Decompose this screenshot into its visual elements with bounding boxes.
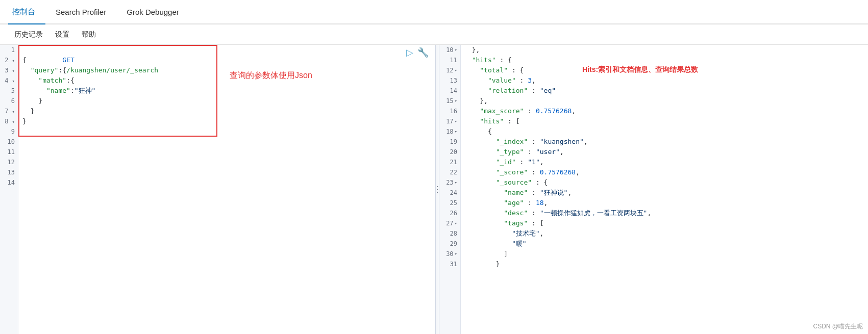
settings-button[interactable]: 设置 [49,27,76,42]
resp-line-28: "技术宅", [464,228,868,239]
resp-line-30: ] [464,249,868,259]
tab-console-label: 控制台 [12,7,35,17]
resp-line-23: "_source" : { [464,177,868,188]
response-code-area: 10 ▾ 11 12 ▾ 13 14 15 ▾ 16 17 ▾ 18 ▾ 19 … [439,45,868,334]
code-line-12 [18,157,435,167]
tab-console[interactable]: 控制台 [8,0,45,23]
line-num-14: 14 [0,177,18,188]
editor-toolbar: ▷ 🔧 [406,47,429,58]
top-navigation: 控制台 Search Profiler Grok Debugger [0,0,868,24]
line-num-13: 13 [0,167,18,177]
resp-line-20: "_type" : "user", [464,147,868,157]
resp-line-24: "name" : "狂神说", [464,188,868,198]
resp-line-17: "hits" : [ [464,116,868,126]
rln-14: 14 [439,86,460,96]
code-area: 1 2 ▾ 3 ▾ 4 ▾ 5 6 7 ▾ 8 ▾ 9 10 11 12 13 … [0,45,435,334]
resp-line-10: }, [464,45,868,55]
tab-grok-debugger[interactable]: Grok Debugger [116,0,189,23]
tab-grok-debugger-label: Grok Debugger [127,8,179,16]
code-line-14 [18,177,435,188]
line-num-8: 8 ▾ [0,116,18,126]
panel-divider[interactable]: ⋮ [435,45,439,334]
main-area: 查询的参数体使用Json ▷ 🔧 1 2 ▾ 3 ▾ 4 ▾ 5 6 7 ▾ 8… [0,45,868,334]
watermark: CSDN @喵先生呢 [813,322,863,331]
rln-23: 23 ▾ [439,177,460,188]
line-num-1: 1 [0,45,18,55]
resp-line-26: "desc" : "一顿操作猛如虎，一看工资两块五", [464,208,868,218]
response-panel: Hits:索引和文档信息、查询结果总数 10 ▾ 11 12 ▾ 13 14 1… [439,45,868,334]
rln-16: 16 [439,106,460,116]
code-line-2: { [18,55,435,65]
rln-31: 31 [439,259,460,269]
line-num-2: 2 ▾ [0,55,18,65]
code-line-8: } [18,116,435,126]
code-line-9 [18,126,435,137]
code-line-5: "name":"狂神" [18,86,435,96]
rln-18: 18 ▾ [439,126,460,137]
rln-13: 13 [439,75,460,86]
code-line-4: "match":{ [18,75,435,86]
line-num-3: 3 ▾ [0,65,18,75]
resp-line-14: "relation" : "eq" [464,86,868,96]
rln-11: 11 [439,55,460,65]
line-num-5: 5 [0,86,18,96]
line-num-11: 11 [0,147,18,157]
editor-panel: 查询的参数体使用Json ▷ 🔧 1 2 ▾ 3 ▾ 4 ▾ 5 6 7 ▾ 8… [0,45,435,334]
code-line-7: } [18,106,435,116]
response-line-numbers: 10 ▾ 11 12 ▾ 13 14 15 ▾ 16 17 ▾ 18 ▾ 19 … [439,45,461,334]
line-num-10: 10 [0,137,18,147]
resp-line-13: "value" : 3, [464,75,868,86]
secondary-toolbar: 历史记录 设置 帮助 [0,24,868,45]
rln-30: 30 ▾ [439,249,460,259]
help-button[interactable]: 帮助 [76,27,102,42]
code-line-11 [18,147,435,157]
rln-12: 12 ▾ [439,65,460,75]
resp-line-31: } [464,259,868,269]
rln-10: 10 ▾ [439,45,460,55]
line-numbers: 1 2 ▾ 3 ▾ 4 ▾ 5 6 7 ▾ 8 ▾ 9 10 11 12 13 … [0,45,18,334]
rln-15: 15 ▾ [439,96,460,106]
line-num-9: 9 [0,126,18,137]
history-button[interactable]: 历史记录 [8,27,49,42]
url-path: /kuangshen/user/_search [62,66,158,74]
rln-27: 27 ▾ [439,218,460,228]
line-num-7: 7 ▾ [0,106,18,116]
resp-line-29: "暖" [464,239,868,249]
rln-24: 24 [439,188,460,198]
code-line-6: } [18,96,435,106]
tab-search-profiler[interactable]: Search Profiler [45,0,116,23]
code-line-13 [18,167,435,177]
resp-line-18: { [464,126,868,137]
hits-annotation-label: Hits:索引和文档信息、查询结果总数 [582,65,698,74]
rln-22: 22 [439,167,460,177]
wrench-icon[interactable]: 🔧 [417,47,429,58]
line-num-12: 12 [0,157,18,167]
resp-line-27: "tags" : [ [464,218,868,228]
resp-line-11: "hits" : { [464,55,868,65]
rln-19: 19 [439,137,460,147]
rln-20: 20 [439,147,460,157]
resp-line-15: }, [464,96,868,106]
response-code-content: }, "hits" : { "total" : { "value" : 3, "… [461,45,868,334]
line-num-4: 4 ▾ [0,75,18,86]
run-icon[interactable]: ▷ [406,47,413,58]
rln-17: 17 ▾ [439,116,460,126]
code-line-10 [18,137,435,147]
code-line-1: GET /kuangshen/user/_search [18,45,435,55]
rln-25: 25 [439,198,460,208]
rln-21: 21 [439,157,460,167]
rln-29: 29 [439,239,460,249]
code-content[interactable]: GET /kuangshen/user/_search { "query":{ … [18,45,435,334]
tab-search-profiler-label: Search Profiler [56,8,106,16]
resp-line-21: "_id" : "1", [464,157,868,167]
resp-line-22: "_score" : 0.7576268, [464,167,868,177]
resp-line-25: "age" : 18, [464,198,868,208]
resp-line-19: "_index" : "kuangshen", [464,137,868,147]
resp-line-16: "max_score" : 0.7576268, [464,106,868,116]
line-num-6: 6 [0,96,18,106]
rln-26: 26 [439,208,460,218]
method-get: GET [62,56,74,64]
rln-28: 28 [439,228,460,239]
